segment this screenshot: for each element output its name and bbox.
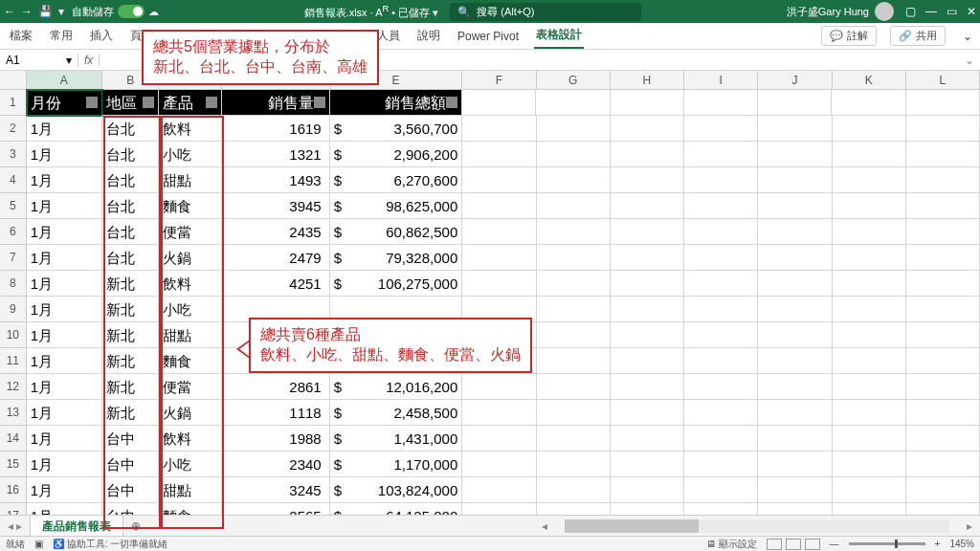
file-name[interactable]: 銷售報表.xlsx · AR • 已儲存 ▾	[304, 4, 439, 20]
cell[interactable]: 小吃	[159, 142, 221, 167]
maximize-icon[interactable]: ▭	[947, 5, 957, 18]
cell[interactable]: $98,625,000	[330, 193, 463, 219]
col-F[interactable]: F	[462, 71, 536, 90]
cell[interactable]: $60,862,500	[330, 219, 463, 245]
row-header[interactable]: 10	[0, 322, 27, 348]
display-settings[interactable]: 🖥 顯示設定	[706, 538, 757, 551]
add-sheet-button[interactable]: ⊕	[123, 519, 148, 533]
cell[interactable]: $3,560,700	[330, 116, 463, 142]
cell[interactable]: 台中	[102, 452, 159, 477]
cell[interactable]: 甜點	[159, 322, 221, 348]
cell[interactable]: 1月	[27, 477, 102, 503]
row-header[interactable]: 9	[0, 297, 27, 322]
forward-icon[interactable]: →	[21, 5, 33, 18]
cell[interactable]: 1988	[222, 426, 330, 452]
cell[interactable]: 1118	[222, 400, 330, 426]
macro-icon[interactable]: ▣	[34, 539, 43, 549]
cell[interactable]: 火鍋	[159, 245, 221, 271]
search-input[interactable]: 🔍 搜尋 (Alt+Q)	[450, 3, 641, 21]
accessibility-status[interactable]: ♿ 協助工具: 一切準備就緒	[53, 538, 167, 551]
row-header[interactable]: 6	[0, 219, 27, 245]
cell-B1[interactable]: 地區	[102, 90, 159, 116]
filter-icon[interactable]	[143, 97, 154, 108]
row-header[interactable]: 12	[0, 374, 27, 400]
cell[interactable]: $2,906,200	[330, 142, 463, 167]
back-icon[interactable]: ←	[4, 5, 15, 18]
tab-help[interactable]: 說明	[415, 24, 442, 48]
row-header[interactable]: 2	[0, 116, 27, 142]
autosave-toggle[interactable]: 自動儲存 ☁	[72, 5, 159, 19]
cell[interactable]: 1月	[27, 426, 102, 452]
col-I[interactable]: I	[684, 71, 758, 90]
cell[interactable]: $103,824,000	[330, 477, 463, 503]
cell[interactable]: 1月	[27, 452, 102, 477]
expand-formula-icon[interactable]: ⌄	[959, 54, 980, 67]
cell[interactable]: 1月	[27, 167, 102, 193]
cell[interactable]: 新北	[102, 271, 159, 297]
cell[interactable]: 1月	[27, 142, 102, 167]
cell[interactable]: 台北	[102, 193, 159, 219]
cell-A1[interactable]: 月份	[27, 90, 102, 116]
cell[interactable]: 新北	[102, 400, 159, 426]
select-all-corner[interactable]	[0, 71, 27, 90]
cell[interactable]: 2479	[222, 245, 330, 271]
tab-powerpivot[interactable]: Power Pivot	[456, 26, 521, 47]
row-header[interactable]: 5	[0, 193, 27, 219]
cell[interactable]: 飲料	[159, 271, 221, 297]
row-header[interactable]: 4	[0, 167, 27, 193]
cell[interactable]: 1月	[27, 297, 102, 322]
zoom-out[interactable]: —	[830, 539, 839, 549]
cell[interactable]: $2,458,500	[330, 400, 463, 426]
cell[interactable]: 小吃	[159, 452, 221, 477]
filter-icon[interactable]	[206, 97, 217, 108]
filter-icon[interactable]	[86, 97, 98, 108]
cell[interactable]: 甜點	[159, 167, 221, 193]
toggle-switch[interactable]	[118, 5, 145, 18]
row-header[interactable]: 15	[0, 452, 27, 477]
col-A[interactable]: A	[27, 71, 102, 90]
cell[interactable]: 台中	[102, 426, 159, 452]
row-1-header[interactable]: 1	[0, 90, 27, 116]
cell[interactable]: 新北	[102, 297, 159, 322]
row-header[interactable]: 16	[0, 477, 27, 503]
cell[interactable]: 新北	[102, 322, 159, 348]
cell[interactable]: 飲料	[159, 116, 221, 142]
close-icon[interactable]: ✕	[967, 5, 976, 18]
cell[interactable]: $106,275,000	[330, 271, 463, 297]
cell[interactable]: $1,170,000	[330, 452, 463, 477]
cell[interactable]: 1月	[27, 348, 102, 374]
cell-E1[interactable]: 銷售總額	[330, 90, 463, 116]
name-box[interactable]: A1▾	[0, 54, 78, 67]
cell[interactable]: 1月	[27, 219, 102, 245]
comments-button[interactable]: 💬 註解	[821, 26, 877, 46]
filter-icon[interactable]	[446, 97, 457, 108]
zoom-in[interactable]: +	[935, 539, 941, 549]
cell[interactable]: 新北	[102, 374, 159, 400]
ribbon-mode-icon[interactable]: ▢	[905, 5, 916, 18]
cell[interactable]: 台北	[102, 245, 159, 271]
sheet-tab-active[interactable]: 產品銷售報表	[30, 515, 123, 538]
tab-tabledesign[interactable]: 表格設計	[534, 23, 584, 49]
cell-C1[interactable]: 產品	[159, 90, 221, 116]
save-icon[interactable]: 💾	[38, 5, 53, 18]
row-header[interactable]: 7	[0, 245, 27, 271]
col-J[interactable]: J	[758, 71, 832, 90]
cell[interactable]: 台中	[102, 477, 159, 503]
cell[interactable]: 3245	[222, 477, 330, 503]
cell[interactable]: 1493	[222, 167, 330, 193]
col-H[interactable]: H	[611, 71, 684, 90]
cell[interactable]: 甜點	[159, 477, 221, 503]
tab-insert[interactable]: 插入	[88, 24, 115, 48]
col-K[interactable]: K	[833, 71, 906, 90]
row-header[interactable]: 13	[0, 400, 27, 426]
row-header[interactable]: 14	[0, 426, 27, 452]
cell[interactable]: 1619	[222, 116, 330, 142]
horizontal-scrollbar[interactable]	[565, 519, 949, 533]
cell[interactable]: 麵食	[159, 193, 221, 219]
cell[interactable]: $1,431,000	[330, 426, 463, 452]
cell[interactable]: 1月	[27, 374, 102, 400]
cell[interactable]: 火鍋	[159, 400, 221, 426]
row-header[interactable]: 8	[0, 271, 27, 297]
col-G[interactable]: G	[537, 71, 611, 90]
cell[interactable]: 台北	[102, 142, 159, 167]
